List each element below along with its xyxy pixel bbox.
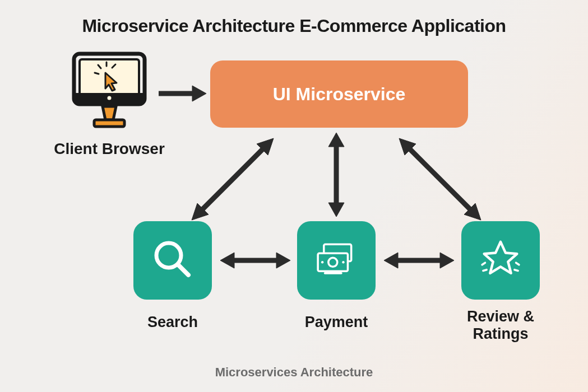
svg-point-14 bbox=[321, 261, 323, 263]
client-browser-label: Client Browser bbox=[31, 140, 188, 158]
arrow-ui-review bbox=[392, 132, 488, 227]
svg-marker-34 bbox=[276, 253, 290, 268]
ui-microservice-label: UI Microservice bbox=[273, 84, 406, 105]
payment-icon bbox=[314, 237, 359, 284]
review-service-box bbox=[461, 221, 540, 300]
svg-marker-37 bbox=[440, 253, 454, 268]
search-icon bbox=[150, 237, 195, 284]
svg-marker-33 bbox=[220, 253, 234, 268]
svg-line-23 bbox=[202, 148, 263, 210]
svg-line-8 bbox=[95, 73, 99, 74]
svg-marker-27 bbox=[328, 133, 344, 147]
arrow-payment-review bbox=[381, 249, 457, 272]
svg-point-15 bbox=[342, 261, 344, 263]
search-service-label: Search bbox=[117, 314, 229, 331]
search-service-box bbox=[133, 221, 212, 300]
review-service-label: Review & Ratings bbox=[445, 308, 557, 343]
svg-line-17 bbox=[482, 263, 485, 265]
arrow-ui-search bbox=[185, 132, 280, 227]
arrow-search-payment bbox=[217, 249, 293, 272]
svg-line-18 bbox=[483, 270, 487, 271]
diagram-title: Microservice Architecture E-Commerce App… bbox=[0, 16, 588, 36]
svg-rect-4 bbox=[94, 120, 124, 127]
svg-marker-36 bbox=[384, 253, 398, 268]
svg-line-20 bbox=[515, 270, 518, 271]
arrow-client-to-ui bbox=[156, 82, 206, 105]
ui-microservice-box: UI Microservice bbox=[210, 60, 468, 128]
payment-service-label: Payment bbox=[280, 314, 392, 331]
star-icon bbox=[478, 237, 523, 284]
svg-marker-22 bbox=[192, 86, 206, 101]
client-browser-icon bbox=[67, 50, 151, 134]
svg-marker-28 bbox=[328, 203, 344, 217]
diagram-caption: Microservices Architecture bbox=[0, 365, 588, 380]
svg-line-10 bbox=[178, 265, 188, 275]
arrow-ui-payment bbox=[325, 130, 348, 220]
svg-point-3 bbox=[108, 96, 112, 100]
payment-service-box bbox=[297, 221, 376, 300]
svg-line-19 bbox=[516, 263, 519, 265]
svg-line-29 bbox=[409, 148, 471, 210]
